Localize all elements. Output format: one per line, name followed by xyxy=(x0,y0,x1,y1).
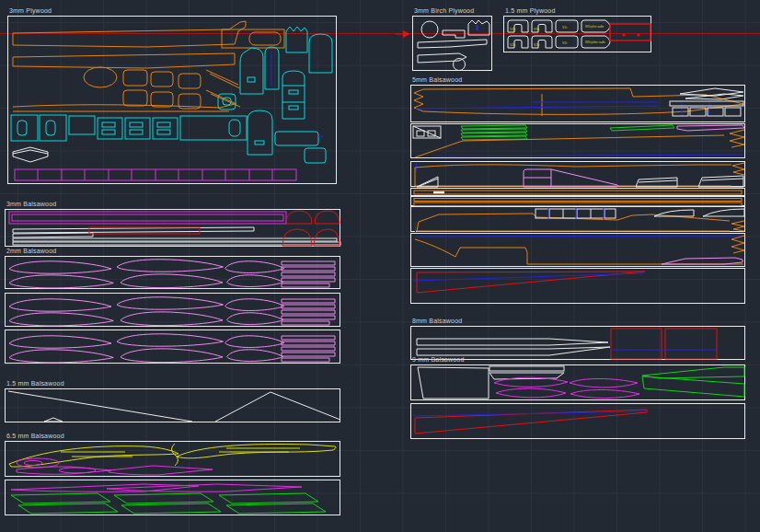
sheet-drawing-3mm-plywood xyxy=(8,17,338,185)
sheet-2mm-balsawood-3[interactable] xyxy=(5,330,340,364)
sheet-drawing-9mm-balsawood xyxy=(411,365,746,401)
sheet-label: 8mm Balsawood xyxy=(412,318,462,325)
sheet-drawing-6-5mm-balsawood-2 xyxy=(6,480,341,516)
sheet-3mm-balsawood[interactable]: 3mm Balsawood xyxy=(5,209,340,247)
sheet-drawing-5mm-balsawood-5 xyxy=(411,234,746,268)
sheet-label: 3mm Balsawood xyxy=(6,201,56,208)
tapered-blocks xyxy=(642,367,744,397)
sheet-9mm-balsawood-wedge[interactable] xyxy=(410,403,745,439)
sheet-label: 3mm Birch Plywood xyxy=(414,7,474,15)
slot-marks xyxy=(36,39,204,62)
sheet-5mm-balsawood-5[interactable] xyxy=(410,233,745,267)
sheet-drawing-1-5mm-balsawood xyxy=(6,389,341,423)
sheet-drawing-wedge-2 xyxy=(411,404,746,440)
sheet-5mm-balsawood-3[interactable] xyxy=(410,161,745,187)
construction-line-marker xyxy=(394,28,412,40)
chevron-part xyxy=(13,147,48,162)
svg-text:V2r: V2r xyxy=(562,41,568,45)
spar-stock xyxy=(11,493,326,514)
ruler-strip xyxy=(15,169,296,180)
sheet-5mm-balsawood-strip-2[interactable] xyxy=(410,196,745,206)
sheet-2mm-balsawood-1[interactable]: 2mm Balsawood xyxy=(5,256,340,289)
svg-text:V2b: V2b xyxy=(510,43,515,47)
svg-text:V1r: V1r xyxy=(562,26,568,29)
sheet-drawing-5mm-balsawood-1 xyxy=(411,86,746,123)
sheet-drawing-birch-plywood xyxy=(413,17,493,72)
sheet-drawing-5mm-balsawood-4 xyxy=(411,207,746,233)
sheet-drawing-5mm-balsawood-2 xyxy=(411,124,746,159)
sheet-label: 1.5 mm Plywood xyxy=(505,7,556,15)
sheet-9mm-balsawood[interactable]: 9 mm Balsawood xyxy=(410,364,745,400)
sheet-drawing-5mm-balsawood-3 xyxy=(411,162,746,188)
sheet-label: 6.5 mm Balsawood xyxy=(6,433,64,440)
sheet-5mm-balsawood-strip-1[interactable] xyxy=(410,188,745,196)
svg-text:V1b: V1b xyxy=(534,28,539,31)
sheet-drawing-rib-set-2 xyxy=(6,294,341,328)
cowl-side xyxy=(524,169,618,187)
sheet-label: 3mm Plywood xyxy=(9,7,52,15)
sheet-6-5mm-balsawood-1[interactable]: 6.5 mm Balsawood xyxy=(5,441,340,477)
svg-text:V2b: V2b xyxy=(534,43,539,47)
blade-blanks xyxy=(494,377,639,398)
wing-ladder-part xyxy=(535,209,744,218)
wingtip-blades xyxy=(9,444,336,467)
sheet-8mm-balsawood[interactable]: 8mm Balsawood xyxy=(410,326,745,360)
cad-drawing-canvas[interactable]: 3mm Plywood xyxy=(0,0,760,532)
svg-text:W.Kry/hst sadle: W.Kry/hst sadle xyxy=(585,25,604,29)
sheet-2mm-balsawood-2[interactable] xyxy=(5,293,340,327)
sheet-6-5mm-balsawood-2[interactable] xyxy=(5,480,340,515)
sheet-label: 5mm Balsawood xyxy=(412,76,462,84)
sheet-5mm-balsawood-4[interactable] xyxy=(410,206,745,232)
sheet-3mm-birch-plywood[interactable]: 3mm Birch Plywood xyxy=(412,16,492,71)
sheet-label: 9 mm Balsawood xyxy=(412,356,465,364)
sheet-drawing-wedge-1 xyxy=(411,269,746,305)
sheet-5mm-balsawood-wedge[interactable] xyxy=(410,268,745,304)
svg-text:W.Kry/elev sadle: W.Kry/elev sadle xyxy=(585,40,605,44)
sheet-label: 1.5 mm Balsawood xyxy=(6,380,64,387)
sheet-drawing-1-5mm-plywood: V1b V1b V1r W.Kry/hst sadle V2b V2b V2r … xyxy=(504,17,652,53)
svg-text:V1b: V1b xyxy=(510,28,515,31)
sheet-5mm-balsawood-1[interactable]: 5mm Balsawood xyxy=(410,85,745,122)
sheet-5mm-balsawood-2[interactable] xyxy=(410,123,745,158)
sheet-drawing-6-5mm-balsawood-1 xyxy=(6,442,341,478)
sheet-label: 2mm Balsawood xyxy=(6,248,56,255)
fuselage-sides-outline xyxy=(13,21,284,111)
sheet-1-5mm-balsawood[interactable]: 1.5 mm Balsawood xyxy=(5,388,340,422)
sheet-1-5mm-plywood[interactable]: 1.5 mm Plywood V1b V1b V1r W.Kry/hst sad… xyxy=(503,16,651,52)
sheet-drawing-rib-set-3 xyxy=(6,330,341,364)
reserved-area xyxy=(610,24,651,40)
sheet-3mm-plywood[interactable]: 3mm Plywood xyxy=(7,16,337,184)
sheet-drawing-3mm-balsawood xyxy=(6,210,341,248)
sheet-drawing-rib-set-1 xyxy=(6,257,341,290)
